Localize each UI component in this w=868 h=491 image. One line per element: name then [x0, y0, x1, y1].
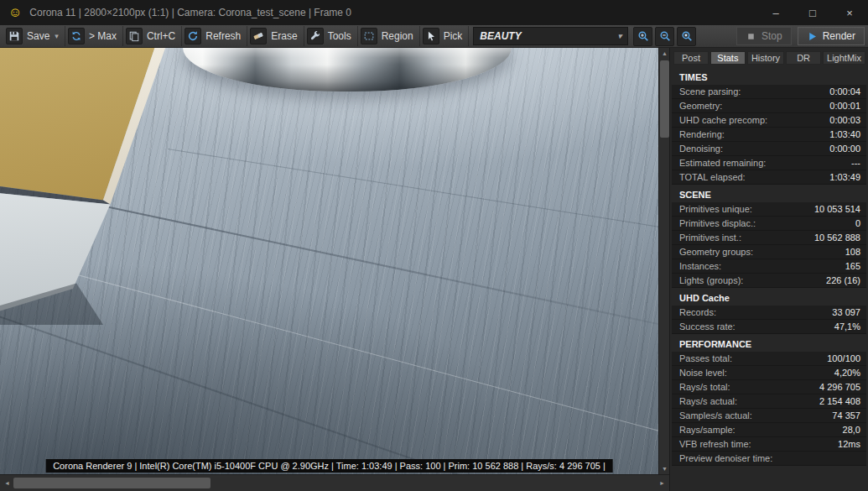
scroll-down-icon[interactable]: ▼ — [659, 463, 670, 474]
rendered-image[interactable]: Corona Renderer 9 | Intel(R) Core(TM) i5… — [0, 48, 658, 474]
stat-row: UHD cache precomp:0:00:03 — [672, 113, 866, 128]
tools-button[interactable]: Tools — [304, 26, 358, 46]
stat-row: Rays/s actual:2 154 408 — [672, 394, 866, 409]
erase-icon — [250, 28, 267, 44]
stat-label: VFB refresh time: — [679, 438, 751, 450]
scroll-up-icon[interactable]: ▲ — [659, 48, 670, 59]
toolbar-button-label: Save — [27, 30, 49, 42]
region-button[interactable]: Region — [358, 26, 420, 46]
stop-icon — [746, 31, 756, 42]
title-bar[interactable]: ☺ Corona 11 | 2800×2100px (1:1) | Camera… — [0, 0, 868, 25]
save-icon — [6, 28, 23, 44]
stat-row: Lights (groups):226 (16) — [672, 274, 866, 288]
stat-value: 226 (16) — [826, 274, 860, 286]
stat-label: Rays/s total: — [679, 381, 730, 393]
section-header-uhd-cache: UHD Cache — [672, 288, 866, 306]
vertical-scrollbar[interactable]: ▲ ▼ — [658, 48, 669, 474]
minimize-button[interactable]: – — [757, 0, 794, 25]
stat-row: Noise level:4,20% — [672, 366, 866, 380]
refresh-button[interactable]: Refresh — [182, 26, 247, 46]
tab-stats[interactable]: Stats — [710, 51, 746, 65]
zoom-fit-button[interactable] — [677, 27, 696, 46]
stat-value: 4,20% — [834, 367, 860, 379]
stat-value: 47,1% — [834, 321, 860, 332]
tab-lightmix[interactable]: LightMix — [823, 51, 865, 65]
stat-label: Rays/sample: — [679, 424, 735, 436]
render-button[interactable]: Render — [798, 27, 865, 45]
stat-value: 100/100 — [827, 353, 860, 364]
stat-row: Rendering:1:03:40 — [672, 128, 866, 142]
stat-value: 74 357 — [832, 410, 860, 421]
stat-row: Passes total:100/100 — [672, 352, 866, 366]
stat-value: 0:00:00 — [829, 143, 860, 154]
stat-row: Rays/sample:28,0 — [672, 423, 866, 437]
metal-pot-object — [183, 48, 512, 91]
panel-tabs: PostStatsHistoryDRLightMix — [670, 48, 868, 67]
stat-value: 108 — [845, 246, 860, 258]
tab-dr[interactable]: DR — [786, 51, 821, 65]
stat-value: 0 — [855, 217, 860, 229]
stat-label: Rendering: — [679, 128, 725, 140]
save-button[interactable]: Save▾ — [3, 26, 65, 46]
zoom-out-button[interactable] — [655, 27, 674, 46]
stat-value: 2 154 408 — [819, 395, 860, 407]
countertop-seam — [106, 206, 658, 326]
stat-label: Primitives displac.: — [679, 217, 756, 229]
main-area: Corona Renderer 9 | Intel(R) Core(TM) i5… — [0, 48, 868, 491]
play-icon — [807, 31, 818, 42]
stat-value: 28,0 — [843, 424, 860, 436]
stat-value: 0:00:04 — [829, 86, 860, 97]
stat-row: Primitives displac.:0 — [672, 217, 866, 231]
erase-button[interactable]: Erase — [247, 26, 304, 46]
zoom-buttons — [633, 27, 696, 46]
section-header-scene: SCENE — [672, 185, 866, 202]
chevron-down-icon: ▾ — [618, 32, 622, 40]
chevron-down-icon: ▾ — [55, 32, 59, 40]
stat-row: Preview denoiser time: — [672, 452, 866, 466]
stat-row: Records:33 097 — [672, 306, 866, 320]
region-icon — [361, 28, 377, 44]
vertical-scroll-thumb[interactable] — [660, 60, 669, 138]
stat-value: 165 — [845, 260, 860, 272]
scroll-left-icon[interactable]: ◄ — [2, 475, 13, 491]
channel-select[interactable]: BEAUTY ▾ — [473, 27, 628, 45]
stat-label: Lights (groups): — [679, 274, 743, 286]
horizontal-scroll-thumb[interactable] — [13, 478, 211, 488]
stat-value: 1:03:40 — [829, 128, 860, 140]
stat-value: 12ms — [838, 438, 860, 450]
stop-label: Stop — [761, 30, 782, 42]
sync-icon — [68, 28, 85, 44]
stat-row: Geometry groups:108 — [672, 245, 866, 259]
pick-button[interactable]: Pick — [420, 26, 470, 46]
stat-value: 10 562 888 — [814, 232, 860, 243]
ctrl-c-button[interactable]: Ctrl+C — [123, 26, 182, 46]
max-button[interactable]: > Max — [65, 26, 123, 46]
stat-row: Instances:165 — [672, 259, 866, 274]
stat-row: Estimated remaining:--- — [672, 156, 866, 170]
section-header-times: TIMES — [672, 67, 866, 85]
stat-value: --- — [851, 157, 860, 169]
toolbar-buttons: Save▾> MaxCtrl+CRefreshEraseToolsRegionP… — [3, 25, 469, 47]
refresh-icon — [185, 28, 201, 44]
maximize-button[interactable]: □ — [794, 0, 831, 25]
stat-label: Denoising: — [679, 143, 723, 154]
stat-label: Success rate: — [679, 321, 735, 332]
toolbar: Save▾> MaxCtrl+CRefreshEraseToolsRegionP… — [0, 25, 868, 48]
stat-row: Primitives inst.:10 562 888 — [672, 231, 866, 245]
scroll-right-icon[interactable]: ► — [657, 475, 668, 491]
stat-label: Preview denoiser time: — [679, 452, 772, 464]
tab-post[interactable]: Post — [673, 51, 709, 65]
zoom-in-button[interactable] — [633, 27, 652, 46]
stat-label: Rays/s actual: — [679, 395, 737, 407]
tab-history[interactable]: History — [747, 51, 784, 65]
toolbar-button-label: Region — [382, 30, 413, 42]
stat-value: 0:00:03 — [829, 114, 860, 126]
close-button[interactable]: × — [831, 0, 868, 25]
stat-row: Scene parsing:0:00:04 — [672, 85, 866, 99]
stat-label: Records: — [679, 306, 716, 318]
stop-button[interactable]: Stop — [736, 27, 792, 45]
copy-icon — [126, 28, 143, 44]
stat-label: Samples/s actual: — [679, 410, 752, 421]
pick-icon — [423, 28, 439, 44]
horizontal-scrollbar[interactable]: ◄ ► — [0, 474, 669, 491]
